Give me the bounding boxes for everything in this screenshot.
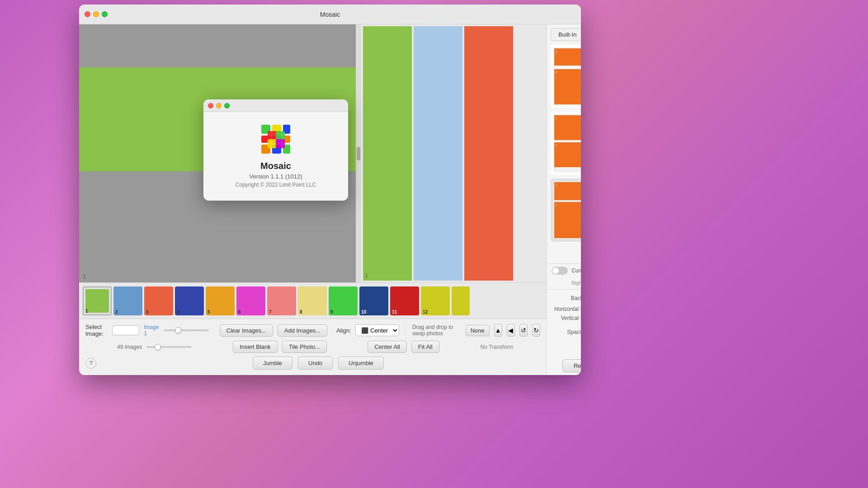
thumbnail-13[interactable]: [452, 286, 470, 315]
thumbnail-7[interactable]: 7: [267, 286, 296, 315]
right-panel-controls: Background: Set Transparent Horizontal S…: [547, 289, 581, 375]
close-button[interactable]: [85, 11, 90, 17]
insert-blank-button[interactable]: Insert Blank: [233, 341, 278, 353]
image-count: 49 images: [117, 344, 142, 350]
frame-label: Frame:: [552, 345, 581, 352]
image-select-input[interactable]: [112, 325, 139, 335]
right-side: Built-In My Templates 1 2 3: [547, 24, 581, 375]
svg-rect-9: [268, 131, 277, 140]
transform-btn-1[interactable]: ▲: [494, 324, 502, 337]
frame-row: Frame: None Thin Medium Thick: [552, 343, 581, 354]
thumbnail-2[interactable]: 2: [113, 286, 142, 315]
svg-rect-11: [268, 139, 277, 148]
render-row: Result Render: [552, 357, 581, 375]
dialog-body: Mosaic Version 1.1.1 (1012) Copyright © …: [203, 112, 348, 201]
jumble-controls: Jumble Undo Unjumble: [96, 357, 540, 370]
template-item-2[interactable]: 1 2 3 1 2 3: [551, 112, 581, 175]
canvas-top-gray: [79, 24, 356, 67]
rp-col-green: [363, 26, 412, 281]
transform-btn-2[interactable]: ◀: [507, 324, 515, 337]
h-spacing-label: Horizontal Spacing:: [552, 306, 581, 312]
align-label: Align:: [336, 327, 351, 334]
rp-col-orange: [464, 26, 513, 281]
title-bar: Mosaic: [79, 5, 581, 24]
thumbnail-8[interactable]: 8: [298, 286, 327, 315]
dialog-copyright: Copyright © 2022 Limit Point LLC: [212, 182, 339, 188]
dialog-app-name: Mosaic: [212, 161, 339, 171]
dialog-title-bar: [203, 99, 348, 112]
transform-btn-4[interactable]: ↻: [532, 324, 540, 337]
dialog-minimize-button[interactable]: [216, 103, 222, 108]
tile-photo-button[interactable]: Tile Photo...: [282, 341, 327, 353]
window-title: Mosaic: [320, 11, 340, 18]
h-spacing-row: Horizontal Spacing: 5: [552, 306, 581, 312]
dialog-maximize-button[interactable]: [224, 103, 230, 108]
help-button[interactable]: ?: [85, 358, 96, 369]
right-preview: 1: [361, 24, 547, 282]
thumbnail-9[interactable]: 9: [329, 286, 358, 315]
scroll-thumb: [357, 147, 360, 160]
spacing-type-row: Spacing Type: Inset Outset Between Rende…: [552, 324, 581, 340]
rp-col-blue: [414, 26, 462, 281]
thumbnail-10[interactable]: 10: [359, 286, 388, 315]
canvas-page-number: 1: [83, 273, 86, 280]
traffic-lights: [85, 11, 108, 17]
toggle-switch[interactable]: [552, 267, 568, 275]
transform-none-button[interactable]: None: [466, 325, 490, 336]
controls-row-1: Select Image: Image 1 Clear Images... Ad…: [85, 324, 540, 337]
maximize-button[interactable]: [102, 11, 108, 17]
template-preview-2: 1 2 3 1 2 3: [551, 112, 581, 175]
template-item-1[interactable]: 1 2 3: [551, 45, 581, 108]
template-tabs: Built-In My Templates: [547, 24, 581, 41]
template-hint-text: Right or Control-Click for menu: [571, 280, 581, 286]
thumbnail-4[interactable]: 4: [175, 286, 204, 315]
svg-rect-10: [276, 131, 285, 140]
thumbnail-1[interactable]: 1: [83, 286, 112, 315]
image-label[interactable]: Image 1: [144, 324, 159, 337]
v-spacing-row: Vertical Spacing: 5: [552, 315, 581, 321]
image-slider-2[interactable]: [146, 346, 192, 348]
built-in-tab[interactable]: Built-In: [551, 28, 581, 41]
drag-hint: Drag and drop to swap photos: [412, 324, 458, 337]
about-dialog: Mosaic Version 1.1.1 (1012) Copyright © …: [203, 99, 348, 201]
scroll-divider[interactable]: [356, 24, 361, 282]
thumbnail-5[interactable]: 5: [206, 286, 235, 315]
templates-hint: Right or Control-Click for menu: [547, 277, 581, 289]
thumbnail-3[interactable]: 3: [144, 286, 173, 315]
minimize-button[interactable]: [93, 11, 99, 17]
dialog-close-button[interactable]: [208, 103, 213, 108]
image-slider[interactable]: [164, 329, 209, 331]
transform-btn-3[interactable]: ↺: [519, 324, 528, 337]
thumbnail-12[interactable]: 12: [421, 286, 450, 315]
templates-grid: 1 2 3 1: [547, 41, 581, 263]
align-select[interactable]: ⬛ Center Top Left Top Right: [355, 324, 399, 336]
current-label: Current: [571, 267, 581, 274]
templates-footer: Current Default 43: [547, 263, 581, 277]
template-preview-1: 1 2 3: [551, 45, 581, 108]
controls-row-2: 49 images Insert Blank Tile Photo... Cen…: [85, 341, 540, 353]
spacing-type-label: Spacing Type:: [552, 329, 581, 335]
thumbnail-6[interactable]: 6: [236, 286, 265, 315]
background-label: Background:: [552, 295, 581, 301]
template-item-3[interactable]: 1 1 2 3: [551, 178, 581, 242]
dialog-version: Version 1.1.1 (1012): [212, 173, 339, 180]
v-spacing-label: Vertical Spacing:: [552, 315, 581, 321]
app-icon: [259, 123, 292, 155]
thumbnails-strip: 1 2 3 4 5 6 7: [79, 282, 547, 319]
center-all-button[interactable]: Center All: [368, 341, 406, 353]
thumbnail-11[interactable]: 11: [390, 286, 419, 315]
toggle-knob: [552, 267, 559, 274]
controls-row-3: ? Jumble Undo Unjumble: [85, 357, 540, 370]
result-button[interactable]: Result: [562, 359, 581, 372]
background-row: Background: Set Transparent: [552, 293, 581, 303]
add-images-button[interactable]: Add Images...: [278, 324, 327, 337]
undo-button[interactable]: Undo: [298, 357, 333, 370]
jumble-button[interactable]: Jumble: [253, 357, 292, 370]
bottom-controls: Select Image: Image 1 Clear Images... Ad…: [79, 319, 547, 375]
unjumble-button[interactable]: Unjumble: [338, 357, 384, 370]
select-image-label: Select Image:: [85, 324, 108, 337]
clear-images-button[interactable]: Clear Images...: [220, 324, 273, 337]
fit-all-button[interactable]: Fit All: [411, 341, 439, 353]
svg-rect-12: [276, 139, 285, 148]
no-transform-label: No Transform: [480, 344, 513, 350]
